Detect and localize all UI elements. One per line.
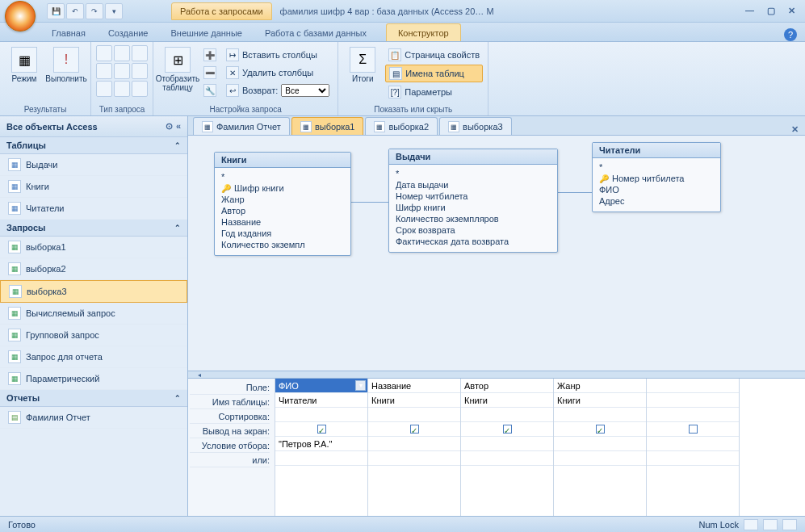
nav-item[interactable]: ▦Параметрический <box>0 368 187 390</box>
checkbox-icon[interactable] <box>689 425 698 434</box>
nav-section-tables[interactable]: Таблицы⌃ <box>0 137 187 154</box>
design-view-button[interactable] <box>782 519 797 530</box>
table-box[interactable]: Читатели*🔑Номер читбилетаФИОАдрес <box>592 142 721 212</box>
nav-item[interactable]: ▦Запрос для отчета <box>0 346 187 368</box>
grid-cell[interactable] <box>647 451 739 466</box>
query-designer[interactable]: Книги*🔑Шифр книгиЖанрАвторНазваниеГод из… <box>188 136 805 371</box>
dropdown-icon[interactable]: ▾ <box>355 380 366 391</box>
grid-cell[interactable] <box>554 408 646 422</box>
nav-item[interactable]: ▦Вычисляемый запрос <box>0 303 187 325</box>
nav-dropdown-icon[interactable]: ⊙ <box>166 121 173 132</box>
document-tab[interactable]: ▦выборка3 <box>439 117 512 135</box>
restore-button[interactable]: ▢ <box>762 4 780 18</box>
nav-section-queries[interactable]: Запросы⌃ <box>0 220 187 237</box>
union-query-icon[interactable] <box>96 81 112 97</box>
nav-item[interactable]: ▤Фамилия Отчет <box>0 407 187 429</box>
ribbon-tab-dbtools[interactable]: Работа с базами данных <box>254 24 378 41</box>
field-row[interactable]: * <box>221 171 344 182</box>
field-row[interactable]: * <box>599 161 714 173</box>
field-row[interactable]: Название <box>221 216 344 228</box>
grid-cell[interactable] <box>647 422 739 437</box>
minimize-button[interactable]: — <box>740 4 759 18</box>
table-box[interactable]: Книги*🔑Шифр книгиЖанрАвторНазваниеГод из… <box>214 152 351 256</box>
grid-cell[interactable]: Название <box>368 379 460 393</box>
nav-collapse-icon[interactable]: « <box>176 121 181 132</box>
field-row[interactable]: Жанр <box>221 194 344 205</box>
delete-rows-button[interactable]: ➖ <box>200 65 220 81</box>
table-box[interactable]: Выдачи*Дата выдачиНомер читбилетаШифр кн… <box>388 149 558 253</box>
qat-redo-icon[interactable]: ↷ <box>86 3 103 19</box>
sql-view-button[interactable] <box>763 519 778 530</box>
grid-cell[interactable] <box>368 451 460 466</box>
document-tab[interactable]: ▦выборка1 <box>291 117 364 135</box>
nav-section-reports[interactable]: Отчеты⌃ <box>0 390 187 407</box>
checkbox-checked-icon[interactable] <box>596 425 605 434</box>
grid-cell[interactable] <box>368 422 460 437</box>
grid-cell[interactable]: Книги <box>461 393 553 408</box>
field-row[interactable]: Дата выдачи <box>396 179 551 191</box>
nav-item[interactable]: ▦Читатели <box>0 198 187 220</box>
scroll-left-icon[interactable]: ◂ <box>193 371 206 378</box>
checkbox-checked-icon[interactable] <box>317 425 326 434</box>
grid-cell[interactable] <box>461 451 553 466</box>
nav-item[interactable]: ▦Книги <box>0 176 187 198</box>
field-row[interactable]: Срок возврата <box>396 224 551 236</box>
grid-cell[interactable] <box>554 422 646 437</box>
show-table-button[interactable]: ⊞ Отобразить таблицу <box>158 45 197 103</box>
document-tab[interactable]: ▦Фамилия Отчет <box>193 117 290 135</box>
grid-cell[interactable]: Книги <box>554 393 646 408</box>
ribbon-tab-design[interactable]: Конструктор <box>386 23 461 41</box>
qat-save-icon[interactable]: 💾 <box>47 3 65 19</box>
nav-item[interactable]: ▦выборка3 <box>0 280 187 303</box>
grid-cell[interactable]: Жанр <box>554 379 646 393</box>
table-names-button[interactable]: ▤Имена таблиц <box>385 65 483 82</box>
grid-cell[interactable]: ФИО▾ <box>275 379 367 393</box>
parameters-button[interactable]: [?]Параметры <box>385 84 483 100</box>
ribbon-tab-external[interactable]: Внешние данные <box>160 24 254 41</box>
close-button[interactable]: ✕ <box>783 4 800 18</box>
nav-header[interactable]: Все объекты Access ⊙« <box>0 116 187 137</box>
grid-cell[interactable] <box>554 437 646 451</box>
delete-cols-button[interactable]: ✕Удалить столбцы <box>223 65 333 81</box>
grid-cell[interactable] <box>647 393 739 408</box>
select-query-icon[interactable] <box>96 45 112 61</box>
document-tab[interactable]: ▦выборка2 <box>365 117 438 135</box>
maketable-query-icon[interactable] <box>132 45 148 61</box>
grid-cell[interactable]: Автор <box>461 379 553 393</box>
run-button[interactable]: ! Выполнить <box>47 45 86 103</box>
ribbon-tab-home[interactable]: Главная <box>40 24 97 41</box>
grid-cell[interactable]: "Петров Р.А." <box>275 437 367 451</box>
field-row[interactable]: * <box>396 168 551 179</box>
field-row[interactable]: Фактическая дата возврата <box>396 236 551 247</box>
field-row[interactable]: 🔑Номер читбилета <box>599 173 714 184</box>
grid-cell[interactable]: Книги <box>368 393 460 408</box>
checkbox-checked-icon[interactable] <box>503 425 512 434</box>
field-row[interactable]: Адрес <box>599 195 714 207</box>
grid-cell[interactable] <box>368 437 460 451</box>
qat-btn-icon[interactable]: ▾ <box>105 3 123 19</box>
qat-undo-icon[interactable]: ↶ <box>66 3 84 19</box>
field-row[interactable]: ФИО <box>599 184 714 195</box>
office-button[interactable] <box>5 1 36 31</box>
passthrough-query-icon[interactable] <box>114 81 130 97</box>
grid-cell[interactable] <box>461 437 553 451</box>
return-select[interactable]: Все <box>281 84 329 97</box>
pane-splitter[interactable]: ◂ <box>188 371 805 379</box>
grid-cell[interactable] <box>647 408 739 422</box>
append-query-icon[interactable] <box>114 63 130 79</box>
nav-item[interactable]: ▦Групповой запрос <box>0 325 187 346</box>
checkbox-checked-icon[interactable] <box>410 425 419 434</box>
crosstab-query-icon[interactable] <box>114 45 130 61</box>
help-button[interactable]: ? <box>784 28 797 41</box>
insert-rows-button[interactable]: ➕ <box>200 47 220 63</box>
view-button[interactable]: ▦ Режим <box>5 45 44 103</box>
grid-cell[interactable] <box>461 408 553 422</box>
totals-button[interactable]: Σ Итоги <box>343 45 382 103</box>
update-query-icon[interactable] <box>96 63 112 79</box>
grid-cell[interactable] <box>368 408 460 422</box>
grid-cell[interactable] <box>275 451 367 466</box>
grid-cell[interactable] <box>275 422 367 437</box>
nav-item[interactable]: ▦выборка1 <box>0 237 187 258</box>
field-row[interactable]: Год издания <box>221 228 344 239</box>
grid-cell[interactable] <box>461 422 553 437</box>
